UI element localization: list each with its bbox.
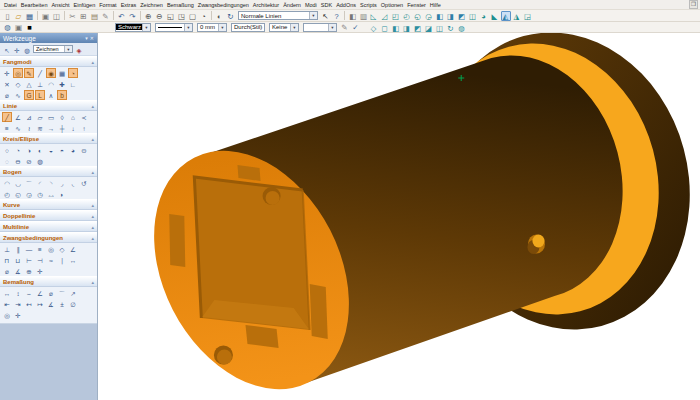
assemble-parts-icon[interactable]: ◲: [523, 11, 533, 21]
arc-quarter-sw-icon[interactable]: ◟: [68, 178, 78, 188]
arc-clock-4-icon[interactable]: ◷: [35, 189, 45, 199]
chevron-down-icon[interactable]: ▾: [290, 24, 298, 31]
line-pattern-dropdown[interactable]: ▾: [155, 23, 193, 32]
collapse-icon[interactable]: ▴: [91, 136, 94, 142]
facet-editor-icon[interactable]: ◭: [501, 11, 511, 21]
dim-cross-icon[interactable]: ✛: [13, 310, 23, 320]
collapse-icon[interactable]: ▴: [91, 213, 94, 219]
dim-horizontal-icon[interactable]: ↔: [2, 288, 12, 298]
snap-intersection-icon[interactable]: ✕: [2, 79, 12, 89]
zoom-in-icon[interactable]: ⊕: [144, 11, 154, 21]
palette-section-linie[interactable]: Linie▴: [0, 100, 97, 111]
redraw-icon[interactable]: ↻: [226, 11, 236, 21]
arc-tangent-icon[interactable]: ⌒: [24, 178, 34, 188]
collapse-icon[interactable]: ▴: [91, 235, 94, 241]
view-top-icon[interactable]: ◻: [380, 23, 390, 33]
menu-architektur[interactable]: Architektur: [251, 2, 281, 8]
format-painter-icon[interactable]: ✎: [101, 11, 111, 21]
snap-apex-icon[interactable]: ∧: [46, 90, 56, 100]
view-bottom-icon[interactable]: ◫: [435, 23, 445, 33]
line-perpendicular-icon[interactable]: ⊿: [24, 112, 34, 122]
constraint-fix-icon[interactable]: ⊓: [2, 255, 12, 265]
dim-chain-icon[interactable]: ⇥: [13, 299, 23, 309]
menu-bemassung[interactable]: Bemaßung: [165, 2, 196, 8]
menu-zeichnen[interactable]: Zeichnen: [138, 2, 165, 8]
layer-dropdown[interactable]: ▾: [303, 23, 337, 32]
line-rotated-rect-icon[interactable]: ◊: [57, 112, 67, 122]
menu-fenster[interactable]: Fenster: [405, 2, 428, 8]
constraint-diameter-icon[interactable]: ⌀: [2, 266, 12, 276]
chevron-down-icon[interactable]: ▾: [64, 46, 72, 52]
snap-grid-icon[interactable]: ▦: [57, 68, 67, 78]
redo-icon[interactable]: ↷: [128, 11, 138, 21]
snap-local-icon[interactable]: L: [35, 90, 45, 100]
palette-section-kreis-ellipse[interactable]: Kreis/Ellipse▴: [0, 133, 97, 144]
shell-solid-icon[interactable]: ◫: [468, 11, 478, 21]
palette-section-multilinie[interactable]: Multilinie▴: [0, 221, 97, 232]
dim-diameter-icon[interactable]: ⌀: [46, 288, 56, 298]
dim-parallel-icon[interactable]: ⇔: [24, 288, 34, 298]
snap-midpoint-icon[interactable]: ◇: [13, 79, 23, 89]
menu-extras[interactable]: Extras: [119, 2, 139, 8]
zoom-out-icon[interactable]: ⊖: [155, 11, 165, 21]
copy-icon[interactable]: ⊞: [79, 11, 89, 21]
properties-panel-icon[interactable]: ▥: [359, 11, 369, 21]
palette-section-zwangsbedingungen[interactable]: Zwangsbedingungen▴: [0, 232, 97, 243]
palette-close-icon[interactable]: ✕: [90, 35, 94, 41]
menu-scripts[interactable]: Scripts: [358, 2, 379, 8]
zoom-window-icon[interactable]: ◱: [166, 11, 176, 21]
loft-icon[interactable]: ◶: [424, 11, 434, 21]
line-parallel-icon[interactable]: ▱: [35, 112, 45, 122]
arc-clock-1-icon[interactable]: ◴: [2, 189, 12, 199]
snap-ortho-icon[interactable]: ∟: [68, 79, 78, 89]
palette-mode-dropdown[interactable]: Zeichnen ▾: [33, 45, 73, 53]
line-multiline-icon[interactable]: ≡: [2, 123, 12, 133]
camera-view-icon[interactable]: ◐: [215, 11, 225, 21]
line-zigzag-icon[interactable]: ≋: [35, 123, 45, 133]
by-style-dropdown[interactable]: Durch(Stil): [231, 23, 265, 32]
snap-divide-icon[interactable]: ⌀: [2, 90, 12, 100]
arc-quarter-se-icon[interactable]: ◞: [57, 178, 67, 188]
add-sketch-icon[interactable]: ◺: [369, 11, 379, 21]
chevron-down-icon[interactable]: ▾: [328, 24, 336, 31]
constraint-collinear-icon[interactable]: ≈: [46, 255, 56, 265]
workplane-icon[interactable]: ◿: [380, 11, 390, 21]
line-style-preset-dropdown[interactable]: Normale Linien ▾: [238, 11, 318, 20]
snap-edit-icon[interactable]: ✎: [24, 68, 34, 78]
circle-3point-icon[interactable]: ◐: [35, 145, 45, 155]
cut-icon[interactable]: ✂: [68, 11, 78, 21]
save-file-icon[interactable]: ▦: [25, 11, 35, 21]
palette-search-icon[interactable]: ◈: [75, 45, 84, 54]
view-left-icon[interactable]: ◩: [413, 23, 423, 33]
print-style-icon[interactable]: ▣: [14, 22, 24, 32]
chamfer-edges-icon[interactable]: ◣: [490, 11, 500, 21]
chevron-down-icon[interactable]: ▾: [142, 24, 150, 31]
pen-color-swatch-icon[interactable]: ■: [25, 22, 35, 32]
zoom-extents-icon[interactable]: ◳: [177, 11, 187, 21]
zoom-fullscreen-icon[interactable]: ▢: [188, 11, 198, 21]
dim-center-mark-icon[interactable]: ◎: [2, 310, 12, 320]
menu-sdk[interactable]: SDK: [319, 2, 334, 8]
open-file-icon[interactable]: ▱: [14, 11, 24, 21]
chevron-down-icon[interactable]: ▾: [309, 12, 317, 19]
menu-hilfe[interactable]: Hilfe: [428, 2, 443, 8]
hatch-dropdown[interactable]: Keine ▾: [269, 23, 299, 32]
palette-section-kurve[interactable]: Kurve▴: [0, 199, 97, 210]
line-up-icon[interactable]: ↑: [79, 123, 89, 133]
view-back-icon[interactable]: ◪: [424, 23, 434, 33]
palette-section-bemassung[interactable]: Bemaßung▴: [0, 276, 97, 287]
layers-world-icon[interactable]: ◍: [23, 45, 32, 54]
menu-zwangsbedingungen[interactable]: Zwangsbedingungen: [196, 2, 251, 8]
line-arrow-icon[interactable]: →: [46, 123, 56, 133]
constraint-vertical-icon[interactable]: ∣: [57, 255, 67, 265]
ellipse-rotated-icon[interactable]: ⊘: [24, 156, 34, 166]
collapse-icon[interactable]: ▴: [91, 224, 94, 230]
snap-vertex-icon[interactable]: ◎: [13, 68, 23, 78]
view-isometric-icon[interactable]: ◇: [369, 23, 379, 33]
constraint-concentric-icon[interactable]: ◎: [46, 244, 56, 254]
arc-segment-icon[interactable]: ⌓: [46, 189, 56, 199]
line-single-icon[interactable]: ╱: [2, 112, 12, 122]
constraint-parallel-icon[interactable]: ∥: [13, 244, 23, 254]
chevron-down-icon[interactable]: ▾: [218, 24, 226, 31]
arc-quarter-ne-icon[interactable]: ◝: [46, 178, 56, 188]
